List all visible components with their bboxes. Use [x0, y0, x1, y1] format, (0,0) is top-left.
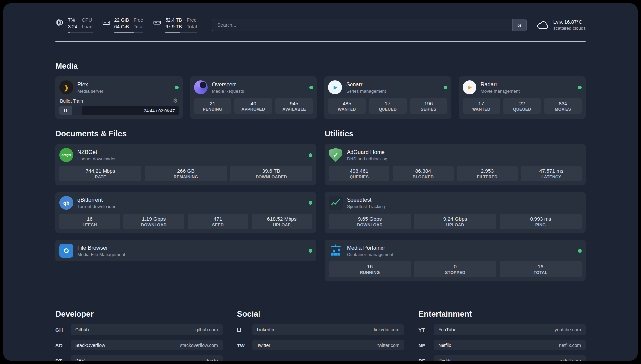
stat-tile: 196 SERIES — [410, 98, 447, 114]
status-dot — [309, 153, 312, 157]
documents-column: Documents & Files nzbget NZBGet Usenet d… — [55, 129, 316, 288]
section-title-entertainment: Entertainment — [418, 309, 586, 318]
speedtest-link[interactable]: Speedtest Speedtest Tracking — [329, 196, 582, 210]
memory-icon — [102, 18, 111, 27]
stat-tile: 21 PENDING — [194, 98, 231, 114]
disk-value: 52.4 TB — [165, 17, 182, 24]
stat-tile: 39.6 TB DOWNLOADED — [230, 166, 312, 181]
nzbget-icon: nzbget — [59, 148, 73, 162]
bookmark-stackoverflow[interactable]: StackOverflow stackoverflow.com — [71, 340, 223, 350]
service-subtitle: Usenet downloader — [77, 156, 116, 161]
service-subtitle: DNS and adblocking — [347, 156, 387, 161]
cpu-bar — [68, 32, 93, 33]
stat-tile: 47.571 ms LATENCY — [521, 166, 582, 181]
memory-label-bottom: Total — [134, 24, 144, 30]
speedtest-card: Speedtest Speedtest Tracking 9.65 Gbps D… — [325, 192, 586, 233]
sonarr-link[interactable]: ▶ Sonarr Series management — [328, 80, 447, 94]
filebrowser-link[interactable]: File Browser Media File Management — [59, 244, 312, 258]
stat-tile: 16 TOTAL — [500, 261, 582, 277]
status-dot — [309, 201, 312, 205]
overseerr-link[interactable]: Overseerr Media Requests — [194, 80, 313, 94]
sonarr-icon: ▶ — [328, 80, 342, 94]
stat-tile: 0.993 ms PING — [500, 214, 582, 229]
service-name: NZBGet — [77, 149, 116, 155]
pause-icon[interactable] — [59, 106, 72, 115]
plex-card: ❯ Plex Media server Bullet Train ⚙ 24:44… — [55, 76, 183, 119]
memory-value: 22 GiB — [114, 17, 129, 24]
memory-sub: 64 GiB — [114, 24, 129, 30]
player-time: 24:44 / 02:06:47 — [144, 108, 175, 113]
radarr-link[interactable]: ▶ Radarr Movie management — [463, 80, 582, 94]
stat-tile: 0 STOPPED — [414, 261, 496, 277]
header-divider — [55, 41, 586, 42]
bookmark-twitter[interactable]: Twitter twitter.com — [252, 340, 404, 350]
bookmarks-developer: Developer GH Github github.com SO StackO… — [55, 309, 223, 361]
cpu-widget: 7% 3.24 CPU Load — [55, 17, 93, 33]
service-name: File Browser — [77, 245, 125, 251]
overseerr-icon — [194, 80, 208, 94]
cpu-sub: 3.24 — [68, 24, 77, 30]
adguard-link[interactable]: ✓ AdGuard Home DNS and adblocking — [329, 148, 582, 162]
status-dot — [309, 86, 313, 89]
filebrowser-icon — [59, 244, 73, 258]
qbittorrent-link[interactable]: qb qBittorrent Torrent downloader — [59, 196, 312, 210]
bookmark-reddit[interactable]: Reddit reddit.com — [434, 355, 586, 361]
stat-tile: 266 GB REMAINING — [145, 166, 227, 181]
stat-tile: 17 QUEUED — [369, 98, 407, 114]
gear-icon[interactable]: ⚙ — [173, 98, 178, 104]
service-subtitle: Movie management — [481, 89, 520, 94]
disk-label-bottom: Total — [187, 24, 197, 30]
stat-tile: 945 AVAILABLE — [275, 98, 313, 114]
bookmark-youtube[interactable]: YouTube youtube.com — [434, 324, 586, 335]
service-subtitle: Series management — [346, 89, 386, 94]
adguard-icon: ✓ — [329, 148, 343, 162]
qbittorrent-card: qb qBittorrent Torrent downloader 16 LEE… — [55, 192, 316, 233]
bookmark-netflix[interactable]: Netflix netflix.com — [434, 340, 586, 350]
overseerr-card: Overseerr Media Requests 21 PENDING 40 A… — [190, 76, 317, 119]
bookmark-linkedin[interactable]: LinkedIn linkedin.com — [252, 324, 404, 335]
portainer-link[interactable]: Media Portainer Container management — [329, 244, 582, 258]
bookmark-abbr: YT — [418, 327, 434, 333]
section-title-developer: Developer — [55, 309, 223, 318]
weather-widget: Lviv, 16.87°C scattered clouds — [536, 18, 586, 32]
service-name: Media Portainer — [347, 245, 393, 251]
stat-tile: 17 WANTED — [463, 98, 500, 114]
cloud-icon — [536, 20, 549, 30]
search-bar: G — [212, 19, 527, 31]
player-progress-bar[interactable]: 24:44 / 02:06:47 — [59, 106, 179, 115]
stat-tile: 16 RUNNING — [329, 261, 411, 277]
disk-bar — [165, 32, 197, 33]
service-name: AdGuard Home — [347, 149, 387, 155]
service-subtitle: Media Requests — [212, 89, 244, 94]
plex-link[interactable]: ❯ Plex Media server — [59, 80, 179, 94]
service-name: Sonarr — [346, 81, 386, 88]
disk-widget: 52.4 TB 97.9 TB Free Total — [153, 17, 197, 33]
section-title-utilities: Utilities — [325, 129, 586, 138]
service-name: Overseerr — [212, 81, 244, 88]
service-subtitle: Media File Management — [77, 252, 125, 257]
adguard-card: ✓ AdGuard Home DNS and adblocking 498,46… — [325, 144, 586, 185]
nzbget-link[interactable]: nzbget NZBGet Usenet downloader — [59, 148, 312, 162]
service-name: Speedtest — [347, 197, 385, 203]
media-card-row: ❯ Plex Media server Bullet Train ⚙ 24:44… — [55, 76, 586, 119]
plex-now-playing: Bullet Train ⚙ 24:44 / 02:06:47 — [59, 98, 179, 115]
service-name: Radarr — [481, 81, 520, 88]
service-subtitle: Speedtest Tracking — [347, 204, 385, 209]
bookmarks-entertainment: Entertainment YT YouTube youtube.com NF … — [418, 309, 586, 361]
stat-tile: 9.65 Gbps DOWNLOAD — [329, 214, 411, 229]
service-name: Plex — [77, 81, 103, 88]
bookmark-dev[interactable]: DEV dev.to — [71, 355, 223, 361]
nzbget-card: nzbget NZBGet Usenet downloader 744.21 M… — [55, 144, 316, 185]
bookmark-abbr: TW — [237, 343, 252, 348]
status-dot — [578, 86, 582, 89]
search-input[interactable] — [212, 22, 512, 28]
stat-tile: 618.52 Mbps UPLOAD — [252, 214, 312, 229]
disk-icon — [153, 18, 162, 27]
filebrowser-card: File Browser Media File Management — [55, 240, 316, 261]
dashboard: 7% 3.24 CPU Load — [3, 3, 638, 361]
bookmark-github[interactable]: Github github.com — [71, 324, 223, 335]
disk-sub: 97.9 TB — [165, 24, 182, 30]
service-subtitle: Container management — [347, 252, 393, 257]
status-dot — [309, 249, 312, 253]
search-provider-button[interactable]: G — [512, 19, 526, 31]
